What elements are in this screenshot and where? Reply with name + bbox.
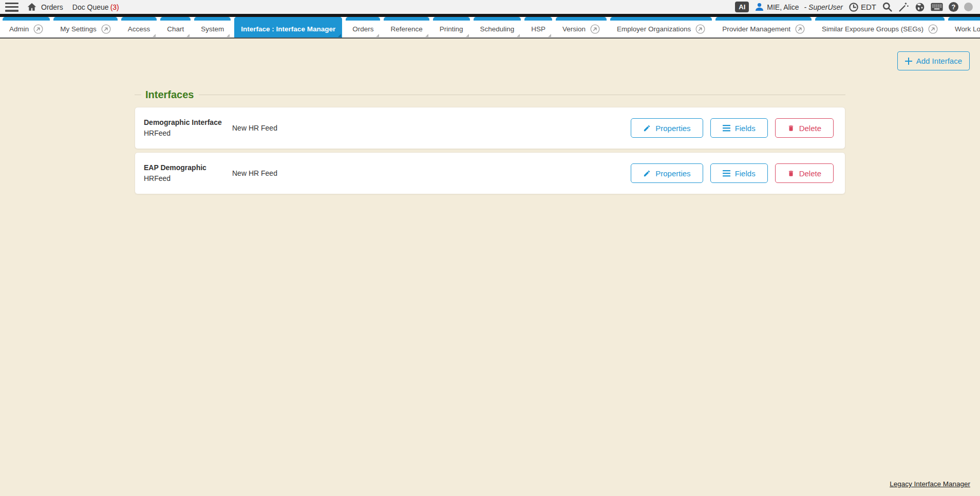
dropdown-corner-icon	[376, 34, 379, 37]
dropdown-corner-icon	[227, 34, 230, 37]
tab-label: Employer Organizations	[617, 25, 691, 33]
tab-scheduling[interactable]: Scheduling	[474, 17, 521, 38]
tab-provider-management[interactable]: Provider Management	[715, 17, 812, 38]
tab-hsp[interactable]: HSP	[524, 17, 552, 38]
delete-label: Delete	[799, 124, 821, 133]
plus-icon	[905, 58, 912, 65]
tab-printing[interactable]: Printing	[433, 17, 470, 38]
fields-button[interactable]: Fields	[710, 118, 768, 138]
dropdown-corner-icon	[425, 34, 428, 37]
ai-assistant-button[interactable]: AI	[735, 2, 749, 12]
tab-cap	[160, 17, 191, 21]
help-icon[interactable]: ?	[949, 2, 958, 12]
tab-orders[interactable]: Orders	[346, 17, 380, 38]
trash-icon	[787, 124, 795, 132]
legend-rule	[199, 95, 846, 95]
keyboard-button[interactable]	[931, 3, 943, 11]
tab-cap	[556, 17, 607, 21]
tab-my-settings[interactable]: My Settings	[53, 17, 118, 38]
dropdown-corner-icon	[153, 34, 156, 37]
tab-cap	[433, 17, 470, 21]
main-menu-button[interactable]	[5, 3, 18, 12]
interface-list: Demographic Interface HRFeed New HR Feed…	[135, 107, 845, 194]
properties-button[interactable]: Properties	[631, 163, 703, 183]
interface-code: HRFeed	[144, 128, 222, 139]
list-icon	[723, 125, 730, 132]
tab-label: Scheduling	[480, 25, 515, 33]
external-link-icon	[590, 24, 600, 34]
properties-button[interactable]: Properties	[631, 118, 703, 138]
tab-work-locations[interactable]: Work Locations	[948, 17, 980, 38]
globe-icon	[915, 2, 925, 12]
tab-cap	[53, 17, 118, 21]
tab-admin[interactable]: Admin	[3, 17, 50, 38]
timezone-clock[interactable]: EDT	[849, 2, 876, 12]
wand-button[interactable]	[898, 2, 909, 12]
row-actions: Properties Fields Delete	[631, 118, 834, 138]
clock-icon	[849, 2, 859, 12]
section-title: Interfaces	[141, 89, 199, 101]
interface-row: Demographic Interface HRFeed New HR Feed…	[135, 107, 845, 149]
user-icon	[755, 2, 764, 12]
tab-bar: Admin My Settings Access Chart	[0, 17, 980, 39]
add-interface-label: Add Interface	[916, 57, 962, 65]
tab-cap	[346, 17, 380, 21]
tab-employer-organizations[interactable]: Employer Organizations	[610, 17, 712, 38]
doc-queue-label: Doc Queue	[72, 3, 109, 11]
external-link-icon	[695, 24, 705, 34]
tab-version[interactable]: Version	[556, 17, 607, 38]
tab-cap	[524, 17, 552, 21]
tab-interface-interface-manager[interactable]: Interface : Interface Manager	[234, 17, 342, 38]
pencil-icon	[643, 170, 651, 177]
tab-label: Chart	[167, 25, 184, 33]
interface-name-block: Demographic Interface HRFeed	[144, 117, 222, 139]
delete-button[interactable]: Delete	[775, 163, 834, 183]
delete-button[interactable]: Delete	[775, 118, 834, 138]
tab-label: HSP	[531, 25, 545, 33]
dropdown-corner-icon	[338, 34, 341, 37]
tab-cap	[815, 17, 945, 21]
fields-button[interactable]: Fields	[710, 163, 768, 183]
user-menu[interactable]: MIE, Alice - SuperUser	[755, 2, 843, 12]
tab-label: Similar Exposure Groups (SEGs)	[822, 25, 924, 33]
timezone-label: EDT	[861, 3, 876, 11]
trash-icon	[787, 170, 795, 177]
fields-label: Fields	[735, 124, 756, 133]
search-button[interactable]	[882, 2, 893, 12]
tab-label: Printing	[440, 25, 463, 33]
interface-name-block: EAP Demographic HRFeed	[144, 162, 222, 184]
row-actions: Properties Fields Delete	[631, 163, 834, 183]
tab-label: Version	[562, 25, 586, 33]
properties-label: Properties	[655, 169, 690, 178]
tab-cap	[474, 17, 521, 21]
globe-button[interactable]	[915, 2, 925, 12]
interface-code: HRFeed	[144, 173, 222, 184]
delete-label: Delete	[799, 169, 821, 178]
tab-access[interactable]: Access	[121, 17, 157, 38]
hamburger-icon	[5, 3, 18, 5]
topbar-nav: Orders Doc Queue(3)	[41, 3, 119, 11]
main-content: Add Interface Interfaces Demographic Int…	[0, 39, 980, 495]
interface-name: Demographic Interface	[144, 118, 222, 126]
topbar-link-orders[interactable]: Orders	[41, 3, 63, 11]
tab-reference[interactable]: Reference	[384, 17, 429, 38]
tab-chart[interactable]: Chart	[160, 17, 191, 38]
tab-label: Access	[128, 25, 150, 33]
legacy-interface-manager-link[interactable]: Legacy Interface Manager	[890, 480, 970, 488]
add-interface-button[interactable]: Add Interface	[897, 51, 970, 70]
top-bar: Orders Doc Queue(3) AI MIE, Alice - Supe…	[0, 0, 980, 14]
dropdown-corner-icon	[517, 34, 520, 37]
external-link-icon	[101, 24, 111, 34]
properties-label: Properties	[655, 124, 690, 133]
tab-system[interactable]: System	[194, 17, 231, 38]
external-link-icon	[928, 24, 938, 34]
tab-similar-exposure-groups-segs[interactable]: Similar Exposure Groups (SEGs)	[815, 17, 945, 38]
tab-label: Orders	[352, 25, 373, 33]
tab-cap	[948, 17, 980, 21]
tab-label: My Settings	[60, 25, 97, 33]
interface-row: EAP Demographic HRFeed New HR Feed Prope…	[135, 152, 845, 194]
tab-label: Provider Management	[722, 25, 790, 33]
topbar-link-doc-queue[interactable]: Doc Queue(3)	[72, 3, 119, 11]
pencil-icon	[643, 124, 651, 132]
home-button[interactable]	[27, 2, 37, 12]
